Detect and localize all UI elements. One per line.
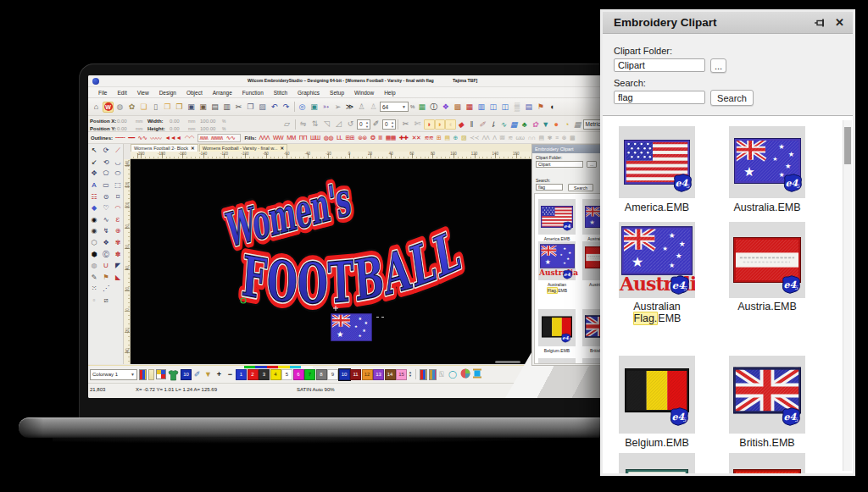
pen-swan-icon[interactable]: ✐ <box>477 119 488 130</box>
palette-swatch[interactable]: 11 <box>350 369 361 380</box>
print-preview-icon[interactable]: ▥ <box>221 102 232 113</box>
fast-redraw-icon[interactable]: ≫ <box>344 102 355 113</box>
position-x-value[interactable]: 0.00 <box>117 119 136 124</box>
palette-swatch[interactable]: 13 <box>373 369 384 380</box>
open-folder-icon[interactable]: ❐ <box>162 102 173 113</box>
lettering-tool-icon[interactable]: A <box>89 180 100 191</box>
outline-style-sample[interactable]: ━━ <box>128 135 134 141</box>
close-icon[interactable]: ✕ <box>280 146 284 151</box>
pen-angle-icon[interactable]: ✐ <box>370 119 381 130</box>
fill-style-colored-sample[interactable]: ⊞ <box>437 135 441 141</box>
paste-icon[interactable]: ▨ <box>257 102 268 113</box>
fill-style-sample[interactable]: ԼԼ <box>337 135 342 141</box>
dots-tool-icon[interactable]: ⁙ <box>89 284 100 295</box>
needle-point-icon[interactable]: ⇂ <box>487 119 498 130</box>
empty-b-icon[interactable] <box>113 295 124 306</box>
wheel-red-tool-icon[interactable]: ⊕ <box>113 226 124 237</box>
mirror-horizontal-icon[interactable]: ⇋ <box>298 119 309 130</box>
menu-item[interactable]: Help <box>379 90 400 96</box>
select-tool-icon[interactable]: ↖ <box>89 146 100 157</box>
rectangle-tool-icon[interactable]: ▭ <box>101 180 112 191</box>
run-stitch-icon[interactable]: ◆ <box>456 119 467 130</box>
menu-item[interactable]: File <box>93 90 112 96</box>
undo-icon[interactable]: ↶ <box>269 102 280 113</box>
outline-style-sample[interactable]: ◠◠ <box>185 135 194 141</box>
house-shape-tool-icon[interactable]: ⌑ <box>113 191 124 202</box>
remove-color-icon[interactable]: − <box>225 369 236 380</box>
color-film-icon[interactable]: ❖ <box>440 102 451 113</box>
hoop-icon[interactable]: ◎ <box>297 102 308 113</box>
outline-style-sample[interactable]: ∿∿ <box>138 135 147 141</box>
fill-style-sample[interactable]: ΙΙΙ <box>378 135 381 141</box>
wilcom-logo-icon[interactable]: W <box>103 102 114 113</box>
tatami-stitch-icon[interactable]: ◗ <box>435 119 446 130</box>
menu-item[interactable]: Window <box>349 90 379 96</box>
fill-style-sample[interactable]: ✕✕ <box>412 135 421 141</box>
folder-design-icon[interactable]: ❏ <box>138 102 149 113</box>
overview-grid-icon[interactable]: ▦ <box>416 102 427 113</box>
rotate-cw-tool-icon[interactable]: ⟳ <box>101 146 112 157</box>
fill-style-sample[interactable]: ≋≋ <box>424 135 433 141</box>
palette-swatch[interactable]: 12 <box>362 369 373 380</box>
thread-colors-icon[interactable]: ▦ <box>464 102 475 113</box>
crown-gear-tool-icon[interactable]: ❖ <box>101 237 112 248</box>
vine-branch-icon[interactable]: ✿ <box>126 102 137 113</box>
shapes-tool-icon[interactable]: ♡ <box>101 203 112 214</box>
travel-run-icon[interactable]: ➢ <box>332 102 343 113</box>
design-canvas[interactable]: Women's FOOTBALL <box>131 159 531 364</box>
palette-swatch[interactable]: 6 <box>293 369 304 380</box>
scale-y-value[interactable]: 100.00 <box>200 126 222 131</box>
outline-style-sample[interactable]: ∿∿ <box>226 135 236 141</box>
grid-blue-icon[interactable]: ▦ <box>509 119 520 130</box>
stitch-ghost2-icon[interactable]: ♙ <box>368 102 379 113</box>
diag-rect-tool-icon[interactable]: ⧄ <box>101 295 112 306</box>
reshape-tool-icon[interactable]: ↙ <box>89 157 100 168</box>
copy-icon[interactable]: ❐ <box>245 102 256 113</box>
menu-item[interactable]: Function <box>237 90 269 96</box>
fill-style-sample[interactable]: WW <box>273 135 283 141</box>
kiosk-tool-icon[interactable]: ⚑ <box>101 272 112 283</box>
ellipse-3d-tool-icon[interactable]: ⬭ <box>113 169 124 180</box>
outline-style-sample[interactable]: ʍʍ <box>200 135 208 141</box>
fill-style-sample[interactable]: ШШ <box>310 135 320 141</box>
palette-scroll-spinner[interactable]: ▲▼ <box>408 369 414 380</box>
menu-item[interactable]: Design <box>154 90 181 96</box>
dotted-grid-icon[interactable]: ▒ <box>511 102 522 113</box>
outline-style-sample[interactable]: ╌╌╌ <box>115 135 125 141</box>
thread-chart-icon[interactable] <box>420 369 427 380</box>
zoom-tool-icon[interactable]: ✥ <box>89 169 100 180</box>
fill-style-sample[interactable]: ⊜⊜ <box>358 135 367 141</box>
hexagon-dark-tool-icon[interactable]: ⬢ <box>89 249 100 260</box>
scale-x-value[interactable]: 100.00 <box>200 119 222 124</box>
palette-swatch[interactable]: 7 <box>304 369 315 380</box>
fill-style-sample[interactable]: ✚✚ <box>399 135 409 141</box>
product-columns-icon[interactable]: ◫ <box>487 102 498 113</box>
menu-item[interactable]: Stitch <box>269 90 292 96</box>
browse-button[interactable]: ... <box>710 58 726 73</box>
color-picker-icon[interactable]: ✐ <box>192 369 203 380</box>
palette-swatch[interactable]: 3 <box>259 369 270 380</box>
target-small-tool-icon[interactable]: ◉ <box>89 226 100 237</box>
ellipse-center-tool-icon[interactable]: ⊙ <box>101 191 112 202</box>
menu-item[interactable]: Edit <box>112 90 131 96</box>
rotate-ccw-tool-icon[interactable]: ⟲ <box>101 157 112 168</box>
document-tab-active[interactable]: Womens Football - Varsity - final w... ✕ <box>199 144 287 152</box>
stamp-icon[interactable]: ⚑ <box>535 102 546 113</box>
folder-input[interactable]: Clipart <box>536 161 583 168</box>
folder-input[interactable] <box>614 58 705 72</box>
search-button[interactable]: Search <box>568 184 593 191</box>
ball-icon[interactable]: ● <box>551 119 562 130</box>
polygon-select-tool-icon[interactable]: ⬠ <box>101 169 112 180</box>
s-curve-icon[interactable]: ∿ <box>498 119 509 130</box>
fill-style-sample[interactable]: MM <box>287 135 296 141</box>
outline-style-sample[interactable]: ◄◄◄ <box>164 135 181 141</box>
outline-style-sample[interactable]: 〰〰 <box>150 134 161 142</box>
redo-icon[interactable]: ↷ <box>281 102 292 113</box>
contour-stitch-icon[interactable]: ◖ <box>445 119 456 130</box>
thread-spool-icon[interactable]: ◫ <box>499 102 510 113</box>
lightning-tool-icon[interactable]: ↯ <box>101 226 112 237</box>
fill-style-sample[interactable]: ⊞⊞ <box>345 135 354 141</box>
palette-swatch[interactable]: 5 <box>281 369 292 380</box>
curve-tool-icon[interactable]: ◠ <box>113 203 124 214</box>
tshirt-icon[interactable] <box>168 369 179 380</box>
